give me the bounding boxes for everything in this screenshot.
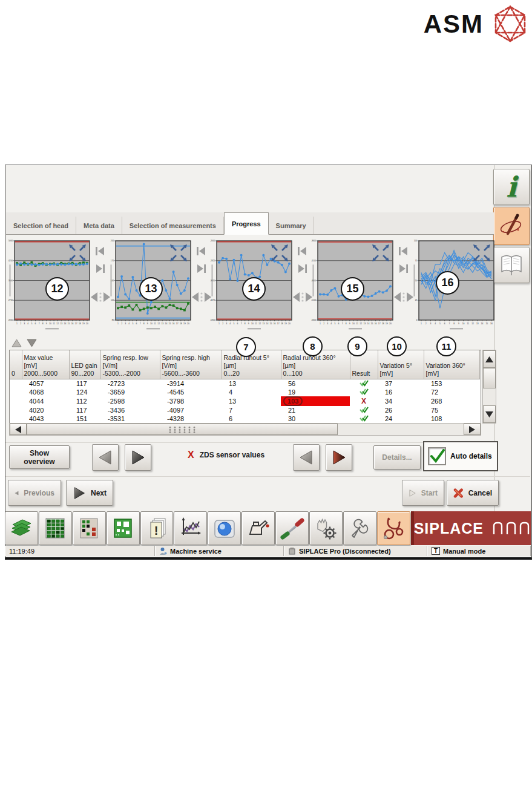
chart-step-control[interactable]	[191, 290, 212, 304]
screwdriver-button[interactable]	[275, 511, 309, 545]
sort-descending-icon[interactable]	[27, 339, 37, 347]
cancel-button[interactable]: Cancel	[447, 480, 499, 506]
tab-selection-of-measurements[interactable]: Selection of measurements	[122, 217, 224, 234]
svg-text:8: 8	[42, 323, 44, 325]
vertical-scroll-thumb[interactable]	[483, 368, 496, 388]
table-row[interactable]: 4057117-2723-3914135637153	[10, 379, 479, 388]
chart-step-control[interactable]	[393, 290, 415, 304]
svg-text:13: 13	[161, 323, 163, 325]
info-button[interactable]: i	[493, 169, 530, 205]
column-header[interactable]: Spring resp. high[V/m]-5600...-3600	[160, 350, 222, 379]
table-row[interactable]: 4044112-2598-379813103X34268	[10, 396, 479, 406]
chart-skip-back-button[interactable]	[296, 245, 309, 257]
chart-skip-forward-button[interactable]	[296, 263, 309, 275]
error-pages-button[interactable]: !	[140, 511, 174, 545]
start-button[interactable]: Start	[402, 480, 444, 506]
value-cell: 4044	[22, 396, 69, 406]
svg-text:7: 7	[241, 323, 242, 325]
pcb-stack-button[interactable]	[5, 511, 38, 545]
zds-legend: X ZDS sensor values	[188, 450, 264, 460]
hand-gear-button[interactable]	[309, 511, 343, 545]
svg-text:2750: 2750	[8, 299, 13, 301]
value-cell: 151	[69, 414, 100, 423]
svg-text:11: 11	[356, 323, 358, 325]
tab-summary[interactable]: Summary	[269, 217, 314, 234]
chart-skip-forward-button[interactable]	[397, 263, 410, 275]
user-icon	[159, 547, 167, 555]
detail-page-forward-button[interactable]	[326, 444, 352, 471]
chart-step-control[interactable]	[292, 290, 314, 304]
camera-icon	[212, 516, 237, 540]
measurement-page-back-button[interactable]	[92, 444, 119, 471]
auto-details-checkbox[interactable]	[428, 447, 446, 465]
asm-polyhedron-icon	[492, 5, 528, 44]
svg-text:18: 18	[180, 323, 182, 325]
details-button[interactable]: Details...	[373, 445, 421, 470]
column-header[interactable]: Max value[mV]2000...5000	[22, 350, 69, 379]
arrow-left-icon	[298, 450, 314, 465]
statistics-button[interactable]	[174, 511, 207, 545]
value-cell: 13	[222, 396, 281, 406]
sort-ascending-icon[interactable]	[11, 339, 22, 347]
tab-meta-data[interactable]: Meta data	[76, 217, 122, 234]
column-header[interactable]: Spring resp. low[V/m]-5300...-2000	[100, 350, 160, 379]
horizontal-scroll-track[interactable]	[338, 424, 464, 435]
scroll-right-button[interactable]	[464, 424, 481, 435]
stethoscope-icon	[380, 516, 407, 541]
value-cell: -4328	[160, 414, 222, 423]
measurement-grid[interactable]: 0Max value[mV]2000...5000LED gain90...20…	[10, 350, 480, 423]
table-row[interactable]: 4043151-3531-432863024108	[10, 414, 479, 423]
svg-text:16: 16	[490, 323, 493, 325]
value-cell: 30	[281, 414, 350, 423]
previous-button[interactable]: Previous	[8, 480, 61, 506]
vertical-scroll-track[interactable]	[483, 388, 496, 405]
chart-skip-back-button[interactable]	[195, 245, 208, 257]
svg-text:10: 10	[251, 323, 254, 325]
scroll-left-button[interactable]	[10, 424, 27, 435]
scroll-down-button[interactable]	[483, 405, 496, 423]
sort-arrows	[11, 339, 37, 347]
camera-button[interactable]	[208, 511, 241, 545]
measurement-page-forward-button[interactable]	[125, 444, 151, 471]
value-cell: 6	[222, 414, 281, 423]
tab-selection-of-head[interactable]: Selection of head	[6, 217, 76, 234]
svg-text:3: 3	[24, 323, 25, 325]
table-row[interactable]: 4020117-3436-40977212675	[10, 406, 479, 414]
value-cell: -3659	[100, 388, 160, 396]
svg-text:10: 10	[150, 323, 153, 325]
callout-16: 16	[436, 271, 459, 295]
svg-text:6: 6	[444, 323, 445, 325]
svg-text:25: 25	[415, 299, 418, 301]
table-vertical-scrollbar[interactable]	[482, 350, 496, 424]
pcb-board-button[interactable]	[107, 511, 140, 545]
svg-text:6: 6	[237, 323, 238, 325]
chart-pager	[294, 239, 311, 336]
app-window: i Selection of headMeta dataSelection of…	[5, 165, 532, 560]
oil-can-button[interactable]	[241, 511, 275, 545]
result-cell: X	[350, 396, 378, 406]
component-matrix-button[interactable]	[39, 511, 72, 545]
next-button[interactable]: Next	[66, 480, 113, 506]
chart-step-control[interactable]	[90, 290, 111, 304]
chart-skip-back-button[interactable]	[94, 245, 107, 257]
chart-pager	[395, 239, 412, 336]
callout-10: 10	[387, 336, 407, 356]
column-header[interactable]: LED gain90...200	[69, 350, 100, 379]
svg-text:175: 175	[111, 260, 114, 262]
table-row[interactable]: 4068124-3659-45454191672	[10, 388, 479, 396]
station-panel-button[interactable]	[73, 511, 106, 545]
stethoscope-button[interactable]	[377, 511, 410, 545]
status-connection-label: SIPLACE Pro (Disconnected)	[299, 548, 391, 555]
info-icon: i	[506, 173, 516, 201]
chart-skip-forward-button[interactable]	[195, 263, 208, 275]
wrench-button[interactable]	[343, 511, 376, 545]
horizontal-scroll-thumb[interactable]	[27, 424, 338, 435]
scroll-up-button[interactable]	[483, 350, 496, 368]
tab-progress[interactable]: Progress	[224, 212, 269, 235]
chart-skip-back-button[interactable]	[397, 245, 410, 257]
chart-skip-forward-button[interactable]	[94, 263, 107, 275]
arrow-right-icon	[130, 450, 146, 465]
table-horizontal-scrollbar[interactable]	[9, 423, 481, 436]
detail-page-back-button[interactable]	[293, 444, 320, 471]
show-overview-button[interactable]: Show overview	[9, 445, 70, 469]
